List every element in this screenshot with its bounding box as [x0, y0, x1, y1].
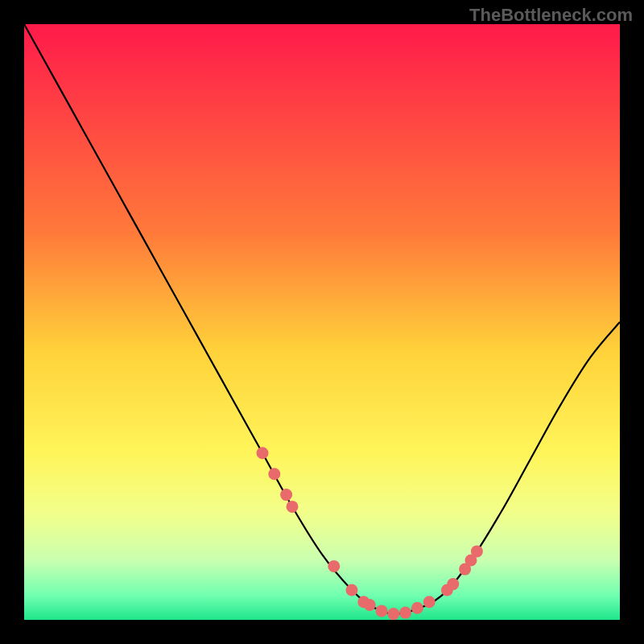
highlight-point — [280, 489, 292, 501]
highlight-point — [328, 560, 340, 572]
highlight-point — [364, 599, 376, 611]
highlight-point — [376, 605, 388, 617]
chart-container: TheBottleneck.com — [0, 0, 644, 644]
highlight-point — [471, 545, 483, 557]
highlight-point — [399, 607, 411, 619]
chart-svg — [24, 24, 620, 620]
highlight-point — [387, 608, 399, 620]
highlight-point — [447, 578, 459, 590]
gradient-background — [24, 24, 620, 620]
highlight-point — [346, 584, 358, 597]
highlight-point — [268, 468, 280, 480]
highlight-point — [287, 501, 299, 513]
plot-area — [24, 24, 620, 620]
watermark-text: TheBottleneck.com — [469, 5, 633, 26]
highlight-point — [257, 447, 269, 459]
highlight-point — [423, 596, 436, 608]
highlight-point — [411, 602, 423, 614]
